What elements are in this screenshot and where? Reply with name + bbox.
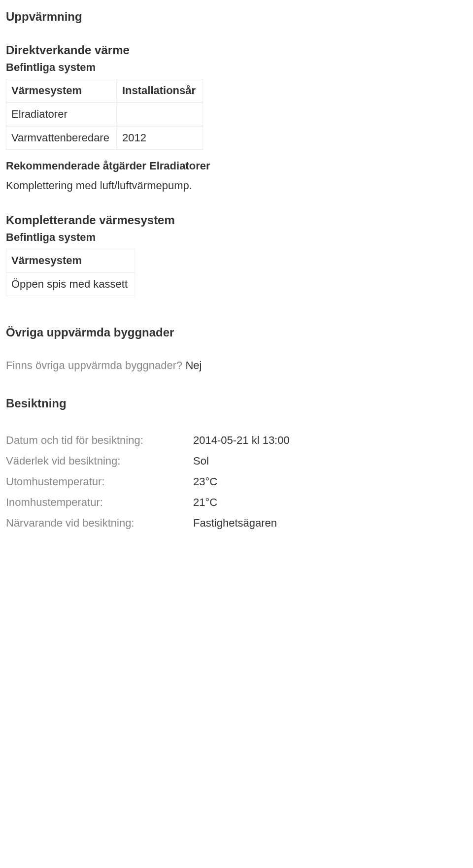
inspection-key: Inomhustemperatur: [6,492,193,513]
inspection-value: 21°C [193,492,290,513]
heating-title: Uppvärmning [6,10,453,24]
other-heated-buildings-title: Övriga uppvärmda byggnader [6,326,453,339]
table-row: Elradiatorer [6,102,203,126]
direct-heating-title: Direktverkande värme [6,43,453,57]
table-cell: 2012 [117,126,203,150]
complementary-heating-title: Kompletterande värmesystem [6,213,453,227]
complementary-heating-table: Värmesystem Öppen spis med kassett [6,249,135,296]
question-label: Finns övriga uppvärmda byggnader? [6,359,182,371]
table-header: Installationsår [117,79,203,102]
inspection-title: Besiktning [6,397,453,410]
inspection-key: Datum och tid för besiktning: [6,430,193,451]
direct-heating-table: Värmesystem Installationsår Elradiatorer… [6,79,203,150]
table-row: Datum och tid för besiktning: 2014-05-21… [6,430,290,451]
table-cell: Öppen spis med kassett [6,272,135,296]
table-row: Utomhustemperatur: 23°C [6,471,290,492]
inspection-value: 2014-05-21 kl 13:00 [193,430,290,451]
inspection-key: Väderlek vid besiktning: [6,451,193,471]
inspection-key: Närvarande vid besiktning: [6,513,193,534]
table-cell: Elradiatorer [6,102,117,126]
inspection-value: Fastighetsägaren [193,513,290,534]
existing-systems-label-1: Befintliga system [6,61,453,74]
inspection-value: Sol [193,451,290,471]
recommended-actions-text: Komplettering med luft/luftvärmepump. [6,177,453,194]
recommended-actions-title: Rekommenderade åtgärder Elradiatorer [6,160,453,172]
inspection-details-table: Datum och tid för besiktning: 2014-05-21… [6,430,290,534]
table-cell [117,102,203,126]
inspection-key: Utomhustemperatur: [6,471,193,492]
table-cell: Varmvattenberedare [6,126,117,150]
inspection-value: 23°C [193,471,290,492]
existing-systems-label-2: Befintliga system [6,231,453,244]
table-row: Närvarande vid besiktning: Fastighetsäga… [6,513,290,534]
table-row: Inomhustemperatur: 21°C [6,492,290,513]
table-row: Väderlek vid besiktning: Sol [6,451,290,471]
answer-value: Nej [185,359,202,371]
table-row: Varmvattenberedare 2012 [6,126,203,150]
other-heated-buildings-qa: Finns övriga uppvärmda byggnader? Nej [6,359,453,372]
table-header: Värmesystem [6,249,135,272]
table-header: Värmesystem [6,79,117,102]
table-row: Öppen spis med kassett [6,272,135,296]
